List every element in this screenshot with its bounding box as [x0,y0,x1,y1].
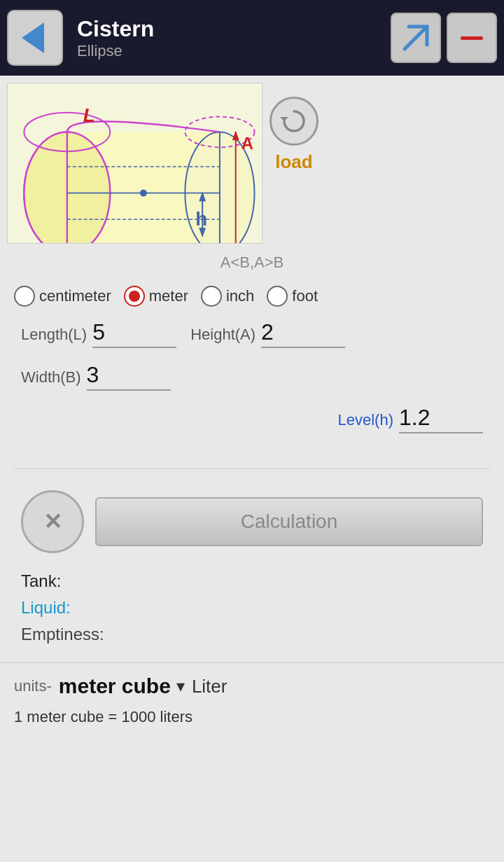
app-title: Cistern [77,16,384,42]
liter-label: Liter [192,676,227,697]
calculation-label: Calculation [241,510,338,533]
top-section: L A h B [0,76,504,251]
liquid-label: Liquid: [21,598,71,617]
level-input[interactable] [399,405,483,433]
radio-label-centimeter: centimeter [39,287,111,305]
calculation-button[interactable]: Calculation [95,497,483,546]
liquid-result: Liquid: [21,598,483,618]
width-label: Width(B) [21,368,81,387]
diagram-subtitle: A<B,A>B [0,251,504,280]
input-row-1: Length(L) Height(A) [21,319,483,348]
radio-label-meter: meter [149,287,188,305]
back-arrow-icon [22,22,44,53]
header-title-block: Cistern Ellipse [70,16,384,60]
radio-circle-centimeter [14,286,35,307]
radio-meter[interactable]: meter [124,286,188,307]
svg-line-0 [405,27,427,49]
input-row-2: Width(B) [21,362,483,391]
cancel-icon: ✕ [43,508,62,535]
svg-text:A: A [241,134,253,153]
height-label: Height(A) [190,326,255,344]
load-section: load [270,83,318,173]
input-row-3: Level(h) [21,405,483,433]
radio-foot[interactable]: foot [267,286,318,307]
units-value: meter cube [59,674,171,698]
load-button[interactable] [270,97,318,146]
level-input-group: Level(h) [338,405,483,433]
emptiness-label: Emptiness: [21,625,104,644]
cistern-diagram: L A h B [7,83,262,244]
level-label: Level(h) [338,411,393,429]
radio-centimeter[interactable]: centimeter [14,286,111,307]
dropdown-arrow-icon: ▾ [176,676,185,696]
minus-button[interactable] [447,13,497,63]
app-subtitle: Ellipse [77,42,384,60]
bottom-section: units- meter cube ▾ Liter 1 meter cube =… [0,662,504,737]
length-input-group: Length(L) [21,319,176,348]
tank-result: Tank: [21,571,483,591]
cancel-button[interactable]: ✕ [21,490,84,553]
back-button[interactable] [7,10,63,66]
height-input[interactable] [261,319,345,348]
conversion-text: 1 meter cube = 1000 liters [14,705,490,726]
width-input-group: Width(B) [21,362,171,391]
unit-radio-group: centimeter meter inch foot [0,280,504,312]
units-prefix-label: units- [14,677,52,695]
svg-text:B: B [50,240,62,243]
emptiness-result: Emptiness: [21,625,483,644]
radio-circle-meter [124,286,145,307]
units-dropdown[interactable]: meter cube ▾ [59,674,185,698]
calc-row: ✕ Calculation [0,483,504,560]
svg-point-13 [140,190,147,197]
radio-label-inch: inch [226,287,254,305]
length-input[interactable] [92,319,176,348]
radio-circle-inch [201,286,222,307]
diagonal-arrow-icon [402,24,430,52]
app-header: Cistern Ellipse [0,0,504,76]
width-input[interactable] [87,362,171,391]
height-input-group: Height(A) [190,319,345,348]
load-label: load [275,151,312,173]
tank-label: Tank: [21,571,61,590]
radio-inch[interactable]: inch [201,286,254,307]
cistern-svg: L A h B [8,83,262,243]
radio-circle-foot [267,286,288,307]
radio-inner-meter [129,291,140,302]
length-label: Length(L) [21,326,87,344]
inputs-section: Length(L) Height(A) Width(B) Level(h) [0,312,504,454]
svg-marker-27 [280,117,288,121]
diagonal-arrow-button[interactable] [391,13,441,63]
main-content: L A h B [0,76,504,737]
radio-label-foot: foot [292,287,318,305]
svg-text:h: h [195,208,207,230]
results-section: Tank: Liquid: Emptiness: [0,560,504,662]
minus-icon [461,36,483,40]
header-icons [391,13,497,63]
divider [14,468,490,469]
svg-text:L: L [83,104,95,126]
load-icon [280,107,308,135]
